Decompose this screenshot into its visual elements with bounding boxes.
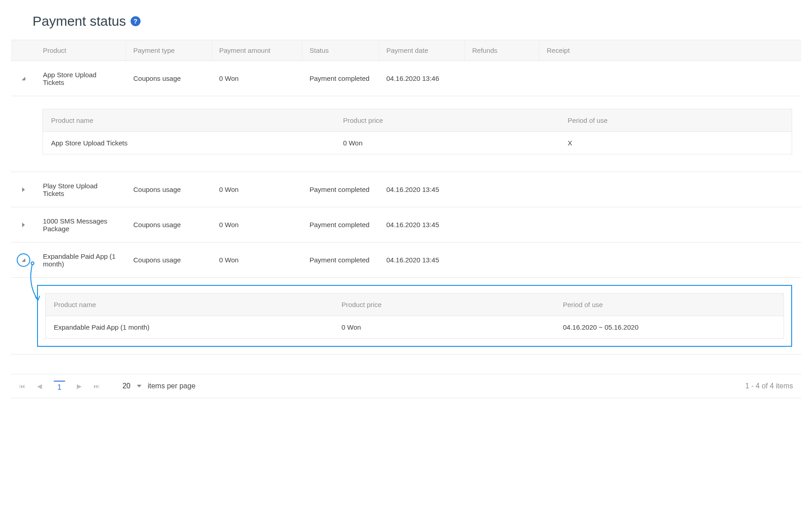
cell-payment-date: 04.16.2020 13:46 bbox=[379, 66, 465, 90]
cell-product: Expandable Paid App (1 month) bbox=[36, 244, 126, 276]
cell-receipt bbox=[540, 70, 801, 87]
cell-refunds bbox=[465, 70, 540, 87]
cell-payment-date: 04.16.2020 13:45 bbox=[379, 248, 465, 272]
grid-header: Product Payment type Payment amount Stat… bbox=[11, 40, 801, 61]
page-size-value: 20 bbox=[122, 382, 131, 390]
grid-bottom-gap bbox=[11, 354, 801, 374]
detail-header-price: Product price bbox=[333, 294, 555, 316]
pager-next-icon[interactable]: ▶ bbox=[77, 382, 82, 390]
help-icon[interactable]: ? bbox=[131, 16, 141, 26]
header-refunds: Refunds bbox=[465, 40, 540, 61]
header-product: Product bbox=[36, 40, 126, 61]
cell-payment-type: Coupons usage bbox=[126, 213, 212, 237]
detail-header-period: Period of use bbox=[559, 109, 792, 131]
page-size-label: items per page bbox=[148, 382, 196, 390]
cell-receipt bbox=[540, 217, 801, 233]
cell-payment-date: 04.16.2020 13:45 bbox=[379, 213, 465, 237]
pager: ⏮ ◀ 1 ▶ ⏭ 20 items per page 1 - 4 of 4 i… bbox=[11, 374, 801, 398]
header-status: Status bbox=[302, 40, 379, 61]
header-receipt: Receipt bbox=[540, 40, 801, 61]
cell-status: Payment completed bbox=[302, 66, 379, 90]
detail-cell-name: Expandable Paid App (1 month) bbox=[46, 316, 333, 338]
row-expander-icon[interactable] bbox=[22, 77, 25, 80]
payment-grid: Product Payment type Payment amount Stat… bbox=[11, 40, 801, 398]
pager-prev-icon[interactable]: ◀ bbox=[37, 382, 42, 390]
table-row: Play Store Upload Tickets Coupons usage … bbox=[11, 172, 801, 207]
cell-payment-amount: 0 Won bbox=[212, 248, 302, 272]
row-expander-highlight-circle bbox=[17, 253, 30, 267]
table-row: App Store Upload Tickets Coupons usage 0… bbox=[11, 61, 801, 96]
cell-refunds bbox=[465, 252, 540, 268]
detail-cell-name: App Store Upload Tickets bbox=[43, 132, 335, 154]
cell-receipt bbox=[540, 182, 801, 198]
pager-last-icon[interactable]: ⏭ bbox=[94, 382, 100, 390]
cell-payment-type: Coupons usage bbox=[126, 248, 212, 272]
highlight-box: Product name Product price Period of use… bbox=[37, 285, 792, 347]
cell-payment-date: 04.16.2020 13:45 bbox=[379, 177, 465, 201]
cell-status: Payment completed bbox=[302, 177, 379, 201]
cell-status: Payment completed bbox=[302, 213, 379, 237]
cell-payment-amount: 0 Won bbox=[212, 213, 302, 237]
header-payment-date: Payment date bbox=[379, 40, 465, 61]
cell-payment-amount: 0 Won bbox=[212, 177, 302, 201]
cell-payment-amount: 0 Won bbox=[212, 66, 302, 90]
cell-refunds bbox=[465, 217, 540, 233]
page-size-selector[interactable]: 20 items per page bbox=[122, 382, 196, 390]
detail-cell-period: 04.16.2020 ~ 05.16.2020 bbox=[555, 316, 784, 338]
table-row: Expandable Paid App (1 month) Coupons us… bbox=[11, 242, 801, 278]
table-row: 1000 SMS Messages Package Coupons usage … bbox=[11, 207, 801, 242]
detail-cell-price: 0 Won bbox=[335, 132, 559, 154]
cell-product: 1000 SMS Messages Package bbox=[36, 209, 126, 241]
detail-header-period: Period of use bbox=[555, 294, 784, 316]
header-payment-amount: Payment amount bbox=[212, 40, 302, 61]
row-expander-icon[interactable] bbox=[22, 258, 25, 262]
detail-panel: Product name Product price Period of use… bbox=[11, 278, 801, 354]
pager-first-icon[interactable]: ⏮ bbox=[19, 382, 25, 390]
cell-receipt bbox=[540, 252, 801, 268]
pager-summary: 1 - 4 of 4 items bbox=[745, 382, 793, 390]
detail-header-price: Product price bbox=[335, 109, 559, 131]
detail-header-name: Product name bbox=[43, 109, 335, 131]
pager-current-page[interactable]: 1 bbox=[54, 381, 65, 391]
row-expander-icon[interactable] bbox=[22, 187, 25, 192]
header-payment-type: Payment type bbox=[126, 40, 212, 61]
cell-status: Payment completed bbox=[302, 248, 379, 272]
row-expander-icon[interactable] bbox=[22, 223, 25, 227]
cell-payment-type: Coupons usage bbox=[126, 177, 212, 201]
cell-payment-type: Coupons usage bbox=[126, 66, 212, 90]
detail-header-name: Product name bbox=[46, 294, 333, 316]
cell-product: Play Store Upload Tickets bbox=[36, 174, 126, 205]
cell-product: App Store Upload Tickets bbox=[36, 63, 126, 94]
detail-cell-price: 0 Won bbox=[333, 316, 555, 338]
chevron-down-icon bbox=[137, 385, 141, 387]
detail-panel: Product name Product price Period of use… bbox=[11, 96, 801, 172]
cell-refunds bbox=[465, 182, 540, 198]
detail-cell-period: X bbox=[559, 132, 792, 154]
page-title: Payment status bbox=[33, 14, 126, 29]
